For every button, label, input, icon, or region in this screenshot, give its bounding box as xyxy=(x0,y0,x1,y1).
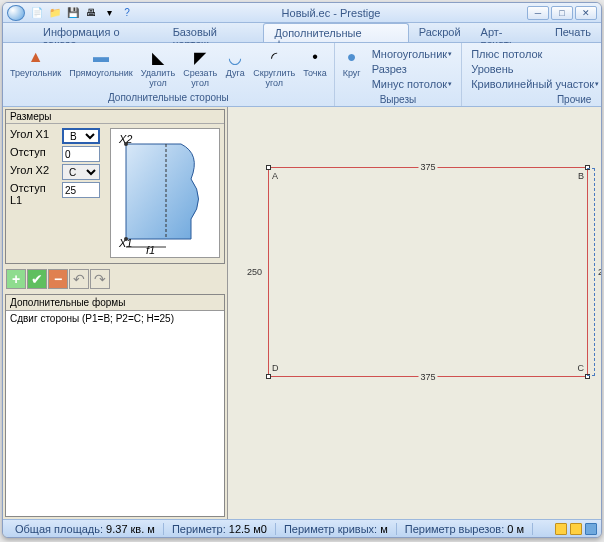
rectangle-icon: ▬ xyxy=(91,47,111,67)
status-perimeter: Периметр: 12.5 м0 xyxy=(164,523,276,535)
maximize-button[interactable]: □ xyxy=(551,6,573,20)
ribbon: ▲Треугольник ▬Прямоугольник ◣Удалить уго… xyxy=(3,43,601,107)
corner-a-label: A xyxy=(272,171,278,181)
status-cutouts: Периметр вырезов: 0 м xyxy=(397,523,533,535)
params-title: Размеры xyxy=(6,110,224,124)
tab-cutting[interactable]: Раскрой xyxy=(409,23,471,42)
group-sides-label: Дополнительные стороны xyxy=(7,91,330,104)
minus-ceiling-item[interactable]: Минус потолок▾ xyxy=(369,77,455,91)
input-x1[interactable]: B xyxy=(62,128,100,144)
new-icon[interactable]: 📄 xyxy=(29,5,45,21)
ribbon-tabs: Информация о заказе Базовый чертеж Допол… xyxy=(3,23,601,43)
delete-corner-icon: ◣ xyxy=(148,47,168,67)
polygon-item[interactable]: Многоугольник▾ xyxy=(369,47,455,61)
level-item[interactable]: Уровень xyxy=(468,62,602,76)
status-bar: Общая площадь: 9.37 кв. м Периметр: 12.5… xyxy=(3,519,601,537)
status-icon-2[interactable] xyxy=(570,523,582,535)
tab-print[interactable]: Печать xyxy=(545,23,601,42)
tab-art-print[interactable]: Арт-печать xyxy=(471,23,545,42)
triangle-icon: ▲ xyxy=(26,47,46,67)
param-label-x1: Угол X1 xyxy=(10,128,56,140)
tab-base-drawing[interactable]: Базовый чертеж xyxy=(163,23,264,42)
add-button[interactable]: + xyxy=(6,269,26,289)
dim-top: 375 xyxy=(418,162,437,172)
titlebar: 📄 📁 💾 🖶 ▾ ? Новый.ec - Prestige ─ □ ✕ xyxy=(3,3,601,23)
app-menu-button[interactable] xyxy=(7,5,25,21)
forms-list-item[interactable]: Сдвиг стороны (P1=B; P2=C; H=25) xyxy=(6,311,224,326)
dim-left: 250 xyxy=(247,267,262,277)
undo-button[interactable]: ↶ xyxy=(69,269,89,289)
group-cutouts-label: Вырезы xyxy=(339,93,457,106)
print-icon[interactable]: 🖶 xyxy=(83,5,99,21)
corner-b-label: B xyxy=(578,171,584,181)
status-icon-3[interactable] xyxy=(585,523,597,535)
input-offset[interactable] xyxy=(62,146,100,162)
cut-corner-icon: ◤ xyxy=(190,47,210,67)
forms-list-header: Дополнительные формы xyxy=(6,295,224,311)
left-panel: Размеры Угол X1 Отступ Угол X2 Отступ L1… xyxy=(3,107,228,519)
circle-icon: ● xyxy=(342,47,362,67)
arc-button[interactable]: ◡Дуга xyxy=(222,45,248,80)
delete-corner-button[interactable]: ◣Удалить угол xyxy=(138,45,178,90)
round-corner-icon: ◜ xyxy=(264,47,284,67)
param-label-offset: Отступ xyxy=(10,146,56,158)
cut-corner-button[interactable]: ◤Срезать угол xyxy=(180,45,220,90)
apply-button[interactable]: ✔ xyxy=(27,269,47,289)
param-label-x2: Угол X2 xyxy=(10,164,56,176)
point-icon: • xyxy=(305,47,325,67)
group-other-label: Прочие xyxy=(466,93,602,106)
input-x2[interactable]: C xyxy=(62,164,100,180)
arc-icon: ◡ xyxy=(225,47,245,67)
save-icon[interactable]: 💾 xyxy=(65,5,81,21)
forms-list[interactable]: Дополнительные формы Сдвиг стороны (P1=B… xyxy=(5,294,225,517)
help-icon[interactable]: ? xyxy=(119,5,135,21)
point-button[interactable]: •Точка xyxy=(300,45,329,80)
corner-d-label: D xyxy=(272,363,279,373)
drawing-rectangle[interactable]: A B C D 375 375 250 250 xyxy=(268,167,588,377)
svg-point-4 xyxy=(124,142,128,146)
input-l1[interactable] xyxy=(62,182,100,198)
corner-c-label: C xyxy=(578,363,585,373)
svg-text:f1: f1 xyxy=(146,244,155,256)
open-icon[interactable]: 📁 xyxy=(47,5,63,21)
cut-item[interactable]: Разрез xyxy=(369,62,455,76)
handle-a[interactable] xyxy=(266,165,271,170)
preview-diagram: X2 X1 f1 xyxy=(110,128,220,258)
dim-right: 250 xyxy=(598,267,601,277)
param-label-l1: Отступ L1 xyxy=(10,182,56,206)
rectangle-button[interactable]: ▬Прямоугольник xyxy=(66,45,136,80)
circle-button[interactable]: ●Круг xyxy=(339,45,365,80)
qat-dropdown-icon[interactable]: ▾ xyxy=(101,5,117,21)
minimize-button[interactable]: ─ xyxy=(527,6,549,20)
round-corner-button[interactable]: ◜Скруглить угол xyxy=(250,45,298,90)
window-title: Новый.ec - Prestige xyxy=(135,7,527,19)
close-button[interactable]: ✕ xyxy=(575,6,597,20)
status-area: Общая площадь: 9.37 кв. м xyxy=(7,523,164,535)
remove-button[interactable]: − xyxy=(48,269,68,289)
handle-d[interactable] xyxy=(266,374,271,379)
triangle-button[interactable]: ▲Треугольник xyxy=(7,45,64,80)
wall-shift-outline xyxy=(587,168,595,376)
status-icon-1[interactable] xyxy=(555,523,567,535)
redo-button[interactable]: ↷ xyxy=(90,269,110,289)
drawing-canvas[interactable]: A B C D 375 375 250 250 xyxy=(228,107,601,519)
dim-bottom: 375 xyxy=(418,372,437,382)
svg-point-5 xyxy=(124,237,128,241)
action-bar: + ✔ − ↶ ↷ xyxy=(3,266,227,292)
tab-additional-forms[interactable]: Дополнительные формы xyxy=(263,23,408,42)
status-curves: Периметр кривых: м xyxy=(276,523,397,535)
tab-order-info[interactable]: Информация о заказе xyxy=(33,23,163,42)
curve-section-item[interactable]: Криволинейный участок▾ xyxy=(468,77,602,91)
plus-ceiling-item[interactable]: Плюс потолок xyxy=(468,47,602,61)
